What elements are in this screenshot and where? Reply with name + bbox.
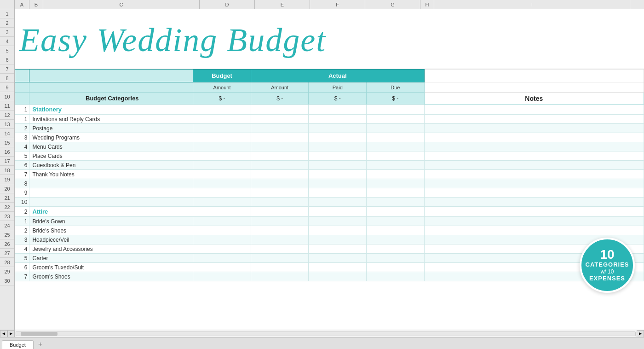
row-num-8: 8 [0, 74, 14, 83]
col-header-c: C [43, 0, 200, 9]
item-paid [309, 142, 367, 151]
item-num: 7 [15, 170, 29, 179]
item-num: 3 [15, 235, 29, 244]
item-name: Menu Cards [29, 142, 193, 151]
header3-due-cell: $ - [367, 93, 425, 105]
tab-budget[interactable]: Budget [2, 340, 34, 349]
header2-cat-cell [29, 82, 193, 93]
header2-num-cell [15, 82, 29, 93]
table-row: 7 Groom's Shoes [15, 272, 644, 281]
row-num-22: 22 [0, 203, 14, 212]
cat1-due [367, 105, 425, 115]
item-num: 2 [15, 226, 29, 235]
sheet-content-wrapper: Easy Wedding Budget Budget Actual [15, 9, 644, 330]
item-due [367, 170, 425, 179]
row-num-11: 11 [0, 101, 14, 111]
item-due [367, 179, 425, 188]
horizontal-scrollbar[interactable]: ◀ ▶ ▶ [0, 330, 644, 337]
item-name: Wedding Programs [29, 133, 193, 142]
item-actual [251, 198, 309, 207]
row-num-24: 24 [0, 221, 14, 230]
row-num-19: 19 [0, 175, 14, 184]
cat2-paid [309, 207, 367, 217]
header3-notes-cell: Notes [424, 93, 644, 105]
item-actual [251, 263, 309, 272]
item-due [367, 151, 425, 161]
item-budget [193, 254, 251, 263]
item-budget [193, 170, 251, 179]
item-name: Invitations and Reply Cards [29, 115, 193, 124]
item-budget [193, 161, 251, 170]
row-num-3: 3 [0, 28, 14, 37]
item-budget [193, 198, 251, 207]
spreadsheet-title: Easy Wedding Budget [19, 23, 326, 57]
col-header-i: I [434, 0, 630, 9]
cat2-name: Attire [29, 207, 193, 217]
item-paid [309, 244, 367, 254]
row-num-20: 20 [0, 184, 14, 193]
cat1-actual [251, 105, 309, 115]
header2-notes-cell [424, 82, 644, 93]
item-budget [193, 124, 251, 133]
table-row: 3 Wedding Programs [15, 133, 644, 142]
row-num-21: 21 [0, 193, 14, 203]
row-num-29: 29 [0, 267, 14, 276]
categories-badge: 10 CATEGORIES w/ 10 EXPENSES [580, 238, 635, 293]
tab-bar: Budget + [0, 337, 644, 349]
row-num-10: 10 [0, 92, 14, 101]
scroll-right-end-btn[interactable]: ▶ [637, 330, 644, 337]
item-due [367, 198, 425, 207]
item-name: Place Cards [29, 151, 193, 161]
header2-amount1-cell: Amount [193, 82, 251, 93]
item-num: 5 [15, 151, 29, 161]
item-name [29, 188, 193, 198]
scroll-right-btn[interactable]: ▶ [7, 330, 15, 337]
col-header-row: A B C D E F G H I J [0, 0, 644, 9]
item-budget [193, 115, 251, 124]
scroll-left-btn[interactable]: ◀ [0, 330, 7, 337]
row-num-17: 17 [0, 157, 14, 166]
scroll-thumb[interactable] [21, 332, 58, 336]
header2-due-cell: Due [367, 82, 425, 93]
item-num: 1 [15, 115, 29, 124]
item-notes [424, 161, 644, 170]
item-notes [424, 179, 644, 188]
item-name [29, 179, 193, 188]
grid-body: 1 2 3 4 5 6 7 8 9 10 11 12 13 14 15 16 1… [0, 9, 644, 330]
row-num-15: 15 [0, 138, 14, 147]
header3-num-cell [15, 93, 29, 105]
cat1-name: Stationery [29, 105, 193, 115]
item-actual [251, 217, 309, 226]
cat1-paid [309, 105, 367, 115]
item-budget [193, 235, 251, 244]
item-actual [251, 235, 309, 244]
item-name: Bride's Shoes [29, 226, 193, 235]
badge-line2: w/ 10 [601, 268, 614, 275]
row-num-5: 5 [0, 46, 14, 55]
item-actual [251, 254, 309, 263]
badge-line1: CATEGORIES [586, 261, 629, 268]
add-sheet-button[interactable]: + [34, 340, 46, 349]
header1-actual-cell: Actual [251, 70, 424, 82]
row-num-12: 12 [0, 111, 14, 120]
item-due [367, 124, 425, 133]
item-notes [424, 133, 644, 142]
item-name: Groom's Shoes [29, 272, 193, 281]
header3-cat-cell: Budget Categories [29, 93, 193, 105]
item-paid [309, 198, 367, 207]
col-header-j: J [630, 0, 644, 9]
item-num: 8 [15, 179, 29, 188]
item-num: 3 [15, 133, 29, 142]
item-paid [309, 235, 367, 244]
item-paid [309, 179, 367, 188]
item-due [367, 272, 425, 281]
col-header-f: F [310, 0, 365, 9]
item-num: 6 [15, 161, 29, 170]
item-notes [424, 124, 644, 133]
cat2-budget [193, 207, 251, 217]
badge-number: 10 [600, 248, 614, 261]
col-header-e: E [255, 0, 310, 9]
scroll-track[interactable] [16, 332, 636, 336]
item-due [367, 235, 425, 244]
item-name: Postage [29, 124, 193, 133]
